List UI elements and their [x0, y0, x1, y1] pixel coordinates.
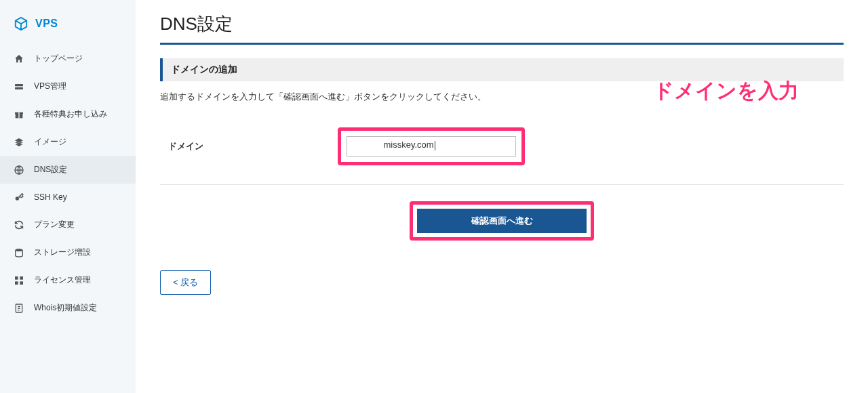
sidebar-item-label: ストレージ増設 — [34, 247, 91, 258]
cube-icon — [14, 16, 28, 31]
grid-icon — [14, 275, 24, 286]
sidebar-item-sshkey[interactable]: SSH Key — [0, 184, 136, 211]
highlight-box-input: xxxxxxxmisskey.com — [338, 127, 525, 165]
svg-rect-11 — [20, 281, 23, 285]
submit-area: 確認画面へ進む — [160, 201, 844, 241]
svg-point-6 — [16, 196, 19, 200]
sidebar-item-label: ライセンス管理 — [34, 274, 91, 286]
key-icon — [14, 192, 24, 203]
svg-rect-9 — [20, 276, 23, 280]
sidebar-item-offers[interactable]: 各種特典お申し込み — [0, 100, 136, 128]
svg-rect-4 — [18, 112, 19, 118]
sidebar-item-storage[interactable]: ストレージ増設 — [0, 239, 136, 266]
sidebar-item-label: VPS管理 — [34, 81, 66, 92]
sidebar: VPS トップページ VPS管理 各種特典お申し込み イメージ DNS設定 SS… — [0, 0, 136, 393]
storage-icon — [14, 247, 24, 258]
logo: VPS — [0, 12, 136, 45]
confirm-button[interactable]: 確認画面へ進む — [417, 209, 587, 233]
layers-icon — [14, 137, 24, 148]
back-button[interactable]: < 戻る — [160, 270, 211, 295]
main-content: DNS設定 ドメインの追加 追加するドメインを入力して「確認画面へ進む」ボタンを… — [136, 0, 868, 393]
home-icon — [14, 54, 24, 64]
document-icon — [14, 303, 24, 314]
sidebar-item-vps[interactable]: VPS管理 — [0, 73, 136, 100]
sidebar-item-plan[interactable]: プラン変更 — [0, 211, 136, 239]
back-row: < 戻る — [160, 270, 844, 295]
page-title: DNS設定 — [160, 12, 844, 45]
svg-point-7 — [16, 249, 23, 251]
sidebar-item-label: SSH Key — [34, 192, 67, 202]
svg-rect-1 — [15, 87, 23, 89]
logo-text: VPS — [35, 18, 58, 30]
globe-icon — [14, 165, 24, 175]
annotation-input-hint: ドメインを入力 — [653, 77, 799, 105]
sidebar-item-label: 各種特典お申し込み — [34, 108, 107, 120]
sidebar-item-label: プラン変更 — [34, 219, 75, 230]
sidebar-item-label: イメージ — [34, 136, 66, 148]
refresh-icon — [14, 220, 24, 230]
server-icon — [14, 81, 24, 92]
sidebar-item-home[interactable]: トップページ — [0, 45, 136, 73]
svg-rect-10 — [15, 281, 18, 285]
gift-icon — [14, 109, 24, 120]
sidebar-item-label: DNS設定 — [34, 164, 67, 175]
domain-label: ドメイン — [168, 140, 338, 152]
highlight-box-submit: 確認画面へ進む — [410, 201, 594, 241]
domain-form-row: ドメイン xxxxxxxmisskey.com — [160, 122, 844, 185]
domain-input[interactable]: xxxxxxxmisskey.com — [347, 136, 516, 157]
svg-rect-0 — [15, 84, 23, 86]
sidebar-item-whois[interactable]: Whois初期値設定 — [0, 294, 136, 322]
sidebar-item-license[interactable]: ライセンス管理 — [0, 266, 136, 294]
sidebar-item-images[interactable]: イメージ — [0, 128, 136, 156]
sidebar-item-label: トップページ — [34, 53, 83, 64]
sidebar-item-dns[interactable]: DNS設定 — [0, 156, 136, 184]
sidebar-item-label: Whois初期値設定 — [34, 302, 97, 314]
svg-rect-8 — [15, 276, 18, 280]
